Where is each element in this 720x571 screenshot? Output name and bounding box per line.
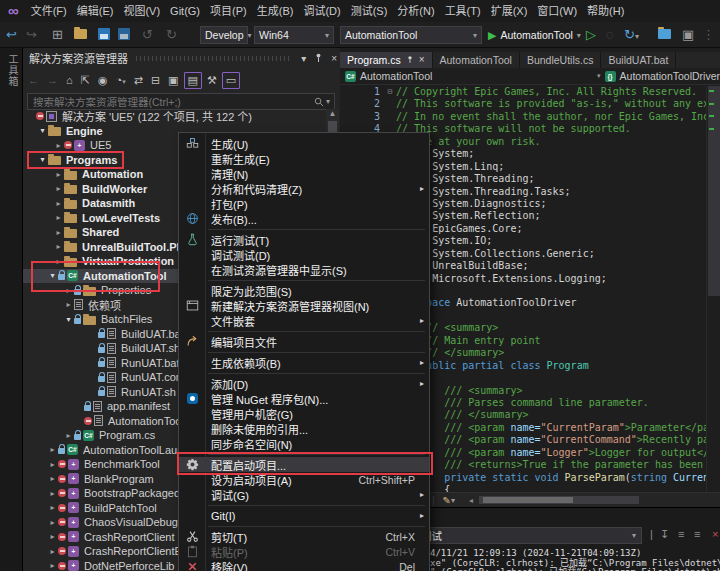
- refresh-icon[interactable]: ↻▾: [624, 26, 639, 46]
- chevron-expanded-icon[interactable]: ▾: [63, 315, 74, 324]
- chevron-collapsed-icon[interactable]: ▸: [53, 170, 64, 179]
- save-icon[interactable]: [98, 26, 110, 45]
- menubar-item[interactable]: 分析(N): [392, 0, 439, 22]
- chevron-collapsed-icon[interactable]: ▸: [53, 213, 64, 222]
- code-cleanup-pen-icon[interactable]: ✎: [443, 495, 451, 506]
- context-menu-item[interactable]: 管理 NuGet 程序包(N)...: [179, 391, 429, 406]
- explorer-search-box[interactable]: ▾: [27, 93, 335, 110]
- sync-selection-icon[interactable]: ◉: [95, 73, 111, 88]
- context-menu-item[interactable]: 编辑项目文件: [179, 334, 429, 349]
- chevron-collapsed-icon[interactable]: ▸: [47, 561, 58, 570]
- scroll-up-icon[interactable]: ▲: [326, 109, 339, 118]
- chevron-collapsed-icon[interactable]: ▸: [47, 474, 58, 483]
- menubar-item[interactable]: 测试(S): [346, 0, 393, 22]
- find-in-files-icon[interactable]: [658, 26, 671, 44]
- close-icon[interactable]: ×: [327, 53, 341, 64]
- save-all-icon[interactable]: [118, 26, 130, 45]
- platform-dropdown[interactable]: Win64▾: [254, 26, 334, 44]
- document-tab[interactable]: AutomationTool: [433, 52, 520, 68]
- context-menu-item[interactable]: 分析和代码清理(Z)▸: [179, 181, 429, 196]
- chevron-expanded-icon[interactable]: ▾: [37, 126, 48, 135]
- drag-handle[interactable]: [136, 56, 289, 61]
- tree-item[interactable]: 解决方案 'UE5' (122 个项目, 共 122 个): [23, 109, 325, 124]
- fold-marker-icon[interactable]: ⊟: [384, 86, 396, 98]
- pending-changes-filter-icon[interactable]: ◔▾: [112, 73, 128, 89]
- document-tab[interactable]: BundleUtils.cs: [520, 52, 602, 68]
- context-menu-item[interactable]: 文件嵌套▸: [179, 313, 429, 328]
- context-menu-item[interactable]: 生成依赖项(B)▸: [179, 355, 429, 370]
- wrap-lines-icon[interactable]: ≡: [678, 528, 684, 540]
- toolbar-overflow-icon[interactable]: ⋮: [702, 26, 715, 44]
- chevron-expanded-icon[interactable]: ▾: [47, 271, 58, 280]
- forward-icon[interactable]: →: [44, 73, 61, 88]
- menubar-item[interactable]: 调试(D): [298, 0, 345, 22]
- context-menu-item[interactable]: 调试(G)▸: [179, 487, 429, 502]
- toggle-word-wrap-icon[interactable]: ×: [712, 528, 718, 540]
- navigate-forward-icon[interactable]: ↪: [26, 26, 37, 44]
- context-menu-item[interactable]: 添加(D)▸: [179, 376, 429, 391]
- back-icon[interactable]: ←: [25, 73, 42, 88]
- context-menu-item[interactable]: 剪切(T)Ctrl+X: [179, 529, 429, 544]
- chevron-collapsed-icon[interactable]: ▸: [53, 141, 64, 150]
- breadcrumb[interactable]: C# AutomationTool ▾ {} AutomationToolDri…: [340, 68, 720, 85]
- show-all-files-icon[interactable]: ▤: [184, 72, 202, 89]
- configuration-dropdown[interactable]: Develop▾: [200, 26, 248, 44]
- menubar-item[interactable]: 工具(T): [440, 0, 486, 22]
- chevron-collapsed-icon[interactable]: ▸: [47, 460, 58, 469]
- startup-project-dropdown[interactable]: AutomationTool▾: [340, 26, 482, 44]
- chevron-collapsed-icon[interactable]: ▸: [53, 199, 64, 208]
- editor-horizontal-scrollbar[interactable]: [479, 496, 639, 504]
- open-folder-icon[interactable]: [74, 26, 87, 44]
- menubar-item[interactable]: Git(G): [165, 0, 205, 22]
- chevron-expanded-icon[interactable]: ▾: [37, 155, 48, 164]
- context-menu-item[interactable]: Git(I)▸: [179, 508, 429, 523]
- chevron-collapsed-icon[interactable]: ▸: [47, 532, 58, 541]
- menubar-item[interactable]: 生成(B): [252, 0, 299, 22]
- undo-icon[interactable]: ↺: [142, 26, 153, 44]
- document-tab[interactable]: Program.cs×: [340, 52, 433, 68]
- menubar-item[interactable]: 编辑(E): [72, 0, 119, 22]
- context-menu-item[interactable]: 移除(V)Del: [179, 559, 429, 571]
- context-menu-item[interactable]: 同步命名空间(N): [179, 436, 429, 451]
- document-tab[interactable]: BuildUAT.bat: [601, 52, 676, 68]
- hot-reload-icon[interactable]: ◌: [606, 26, 614, 44]
- context-menu-item[interactable]: 发布(B)...: [179, 211, 429, 226]
- menubar-item[interactable]: 文件(F): [26, 0, 72, 22]
- sync-with-active-document-icon[interactable]: ⇄: [131, 73, 146, 88]
- menubar-item[interactable]: 扩展(X): [486, 0, 533, 22]
- chevron-collapsed-icon[interactable]: ▸: [47, 547, 58, 556]
- solution-explorer-panel-icon[interactable]: ▣: [682, 26, 694, 44]
- clear-all-icon[interactable]: ≡: [694, 528, 700, 540]
- switch-views-icon[interactable]: ⇱: [78, 73, 93, 88]
- scrollbar-thumb[interactable]: [708, 86, 720, 296]
- chevron-collapsed-icon[interactable]: ▸: [47, 445, 58, 454]
- chevron-collapsed-icon[interactable]: ▸: [47, 489, 58, 498]
- start-without-debugging-icon[interactable]: ▷: [586, 26, 596, 44]
- new-file-icon[interactable]: ⊞: [52, 26, 63, 44]
- editor-vertical-scrollbar[interactable]: [706, 86, 720, 498]
- menubar-item[interactable]: 帮助(H): [582, 0, 629, 22]
- jump-to-message-icon[interactable]: ↧: [660, 528, 669, 541]
- context-menu-item[interactable]: 新建解决方案资源管理器视图(N): [179, 298, 429, 313]
- context-menu-item[interactable]: 管理用户机密(G): [179, 406, 429, 421]
- menubar-item[interactable]: 视图(V): [118, 0, 165, 22]
- context-menu-item[interactable]: 设为启动项目(A)Ctrl+Shift+P: [179, 472, 429, 487]
- context-menu-item[interactable]: 删除未使用的引用...: [179, 421, 429, 436]
- toolbox-vertical-tab[interactable]: 工具箱: [5, 54, 20, 87]
- chevron-collapsed-icon[interactable]: ▸: [63, 286, 74, 295]
- start-debugging-button[interactable]: ▶ AutomationTool ▾: [488, 26, 581, 44]
- chevron-collapsed-icon[interactable]: ▸: [53, 242, 64, 251]
- menubar-item[interactable]: 窗口(W): [532, 0, 582, 22]
- folder-view-icon[interactable]: ▭: [222, 72, 240, 89]
- context-menu-item[interactable]: 打包(P): [179, 196, 429, 211]
- chevron-collapsed-icon[interactable]: ▸: [53, 184, 64, 193]
- pin-icon[interactable]: [406, 52, 414, 68]
- context-menu-item[interactable]: 限定为此范围(S): [179, 283, 429, 298]
- context-menu-item[interactable]: 在测试资源管理器中显示(S): [179, 262, 429, 277]
- breadcrumb-namespace[interactable]: AutomationToolDriver: [620, 70, 720, 82]
- chevron-collapsed-icon[interactable]: ▸: [63, 431, 74, 440]
- scroll-left-icon[interactable]: ◂: [469, 496, 473, 505]
- wrench-icon[interactable]: ⚒: [204, 73, 220, 88]
- redo-icon[interactable]: ↻: [166, 26, 177, 44]
- context-menu-item[interactable]: 运行测试(T): [179, 232, 429, 247]
